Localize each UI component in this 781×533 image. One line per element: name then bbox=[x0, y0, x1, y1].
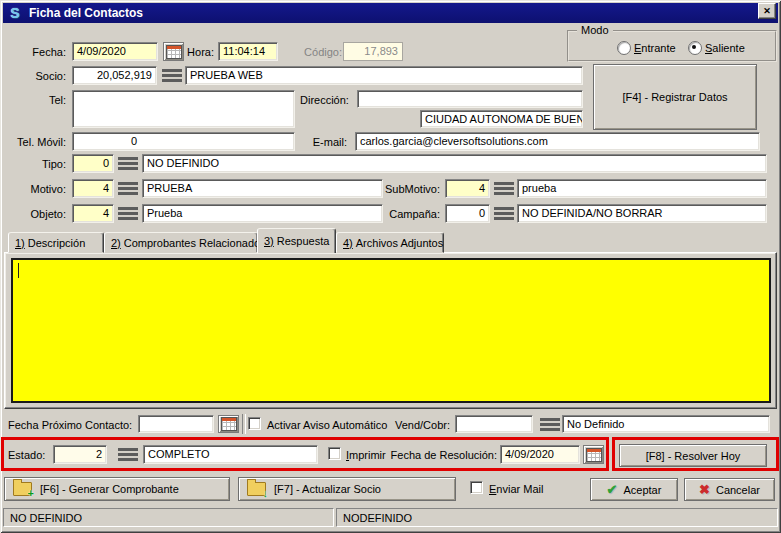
objeto-desc-field[interactable]: Prueba bbox=[142, 204, 383, 223]
direccion-line1-input[interactable] bbox=[357, 90, 583, 108]
campana-label: Campaña: bbox=[385, 208, 440, 220]
tipo-code-input[interactable]: 0 bbox=[72, 154, 114, 173]
socio-label: Socio: bbox=[18, 70, 66, 82]
f6-generar-comprobante-button[interactable]: + [F6] - Generar Comprobante bbox=[4, 477, 230, 501]
calendar-icon bbox=[166, 45, 182, 59]
submotivo-label: SubMotivo: bbox=[385, 183, 440, 195]
fecha-resolucion-label: Fecha de Resolución: bbox=[385, 449, 497, 461]
motivo-label: Motivo: bbox=[12, 183, 66, 195]
modo-saliente-radio[interactable] bbox=[688, 41, 702, 55]
fecha-resolucion-calendar-button[interactable] bbox=[583, 445, 604, 464]
calendar-icon bbox=[586, 448, 602, 462]
objeto-code-input[interactable]: 4 bbox=[72, 204, 114, 223]
fecha-resolucion-input[interactable]: 4/09/2020 bbox=[500, 445, 580, 464]
title-bar: S Ficha del Contactos bbox=[3, 3, 778, 23]
activar-aviso-checkbox[interactable] bbox=[248, 417, 261, 430]
motivo-code-input[interactable]: 4 bbox=[72, 179, 114, 198]
cross-icon: ✖ bbox=[699, 482, 710, 497]
vend-cobr-menu-icon[interactable] bbox=[540, 418, 560, 431]
tab-comprobantes-relacionados[interactable]: 2)Comprobantes Relacionados bbox=[104, 232, 258, 253]
codigo-label: Código: bbox=[298, 46, 342, 58]
motivo-menu-icon[interactable] bbox=[118, 182, 138, 195]
modo-saliente-label[interactable]: Saliente bbox=[705, 42, 745, 54]
objeto-menu-icon[interactable] bbox=[118, 207, 138, 220]
ficha-del-contactos-window: S Ficha del Contactos ✕ Fecha: 4/09/2020… bbox=[0, 0, 781, 533]
tipo-desc-field[interactable]: NO DEFINIDO bbox=[142, 154, 767, 173]
tab-descripcion[interactable]: 1)Descripción bbox=[8, 232, 104, 253]
direccion-line2-input[interactable]: CIUDAD AUTONOMA DE BUEN bbox=[420, 110, 583, 128]
tab-archivos-adjuntos[interactable]: 4)Archivos Adjuntos bbox=[336, 232, 444, 253]
f6-label: [F6] - Generar Comprobante bbox=[40, 483, 179, 495]
fecha-proximo-calendar-button[interactable] bbox=[218, 415, 239, 433]
tel-label: Tel: bbox=[18, 94, 66, 106]
close-button[interactable]: ✕ bbox=[758, 3, 776, 19]
direccion-label: Dirección: bbox=[300, 94, 349, 106]
activar-aviso-label[interactable]: Activar Aviso Automático bbox=[267, 419, 387, 431]
socio-menu-icon[interactable] bbox=[162, 69, 182, 82]
calendar-icon bbox=[221, 417, 237, 431]
aceptar-button[interactable]: ✔ Aceptar bbox=[590, 478, 678, 501]
window-title: Ficha del Contactos bbox=[29, 6, 143, 20]
respuesta-textarea[interactable] bbox=[11, 258, 771, 403]
imprimir-label[interactable]: Imprimir bbox=[346, 449, 386, 461]
modo-legend: Modo bbox=[577, 24, 613, 36]
cancelar-button[interactable]: ✖ Cancelar bbox=[684, 478, 775, 501]
tipo-label: Tipo: bbox=[18, 158, 66, 170]
vend-cobr-desc-field[interactable]: No Definido bbox=[562, 415, 770, 433]
vend-cobr-label: Vend/Cobr: bbox=[388, 419, 450, 431]
vend-cobr-input[interactable] bbox=[455, 415, 533, 433]
estado-desc-field[interactable]: COMPLETO bbox=[143, 445, 318, 464]
enviar-mail-label[interactable]: Enviar Mail bbox=[489, 483, 543, 495]
campana-code-input[interactable]: 0 bbox=[445, 204, 490, 223]
f8-resolver-hoy-button[interactable]: [F8] - Resolver Hoy bbox=[619, 444, 767, 467]
f7-actualizar-socio-button[interactable]: ↓ [F7] - Actualizar Socio bbox=[238, 477, 456, 501]
estado-label: Estado: bbox=[8, 449, 45, 461]
divider bbox=[242, 414, 246, 434]
text-caret bbox=[18, 263, 19, 278]
tab-respuesta[interactable]: 3)Respuesta bbox=[257, 228, 336, 253]
hora-label: Hora: bbox=[184, 46, 214, 58]
campana-desc-field[interactable]: NO DEFINIDA/NO BORRAR bbox=[517, 204, 767, 223]
estado-menu-icon[interactable] bbox=[118, 448, 138, 461]
socio-name-field[interactable]: PRUEBA WEB bbox=[185, 66, 583, 85]
submotivo-desc-field[interactable]: prueba bbox=[517, 179, 767, 198]
submotivo-code-input[interactable]: 4 bbox=[445, 179, 490, 198]
objeto-label: Objeto: bbox=[12, 208, 66, 220]
tel-textarea[interactable] bbox=[72, 90, 295, 128]
modo-entrante-radio[interactable] bbox=[617, 41, 631, 55]
f4-registrar-datos-button[interactable]: [F4] - Registrar Datos bbox=[593, 64, 757, 130]
estado-code-input[interactable]: 2 bbox=[53, 445, 107, 464]
imprimir-checkbox[interactable] bbox=[328, 447, 341, 460]
codigo-input: 17,893 bbox=[343, 42, 403, 61]
fecha-proximo-contacto-label: Fecha Próximo Contacto: bbox=[8, 419, 132, 431]
fecha-input[interactable]: 4/09/2020 bbox=[72, 42, 158, 61]
submotivo-menu-icon[interactable] bbox=[494, 182, 514, 195]
f7-label: [F7] - Actualizar Socio bbox=[274, 483, 381, 495]
email-label: E-mail: bbox=[310, 136, 347, 148]
tel-movil-label: Tel. Móvil: bbox=[12, 136, 66, 148]
status-panel-right: NODEFINIDO bbox=[336, 508, 778, 527]
status-panel-left: NO DEFINIDO bbox=[3, 508, 334, 527]
enviar-mail-checkbox[interactable] bbox=[470, 481, 483, 494]
fecha-calendar-button[interactable] bbox=[163, 42, 184, 61]
hora-input[interactable]: 11:04:14 bbox=[218, 42, 278, 61]
fecha-label: Fecha: bbox=[18, 46, 66, 58]
modo-entrante-label[interactable]: Entrante bbox=[634, 42, 676, 54]
folder-download-icon: ↓ bbox=[247, 482, 266, 496]
close-icon: ✕ bbox=[763, 6, 771, 16]
app-logo-icon: S bbox=[7, 5, 23, 21]
socio-code-input[interactable]: 20,052,919 bbox=[72, 66, 157, 85]
tel-movil-input[interactable]: 0 bbox=[72, 132, 295, 151]
check-icon: ✔ bbox=[607, 482, 618, 497]
motivo-desc-field[interactable]: PRUEBA bbox=[142, 179, 383, 198]
aceptar-label: Aceptar bbox=[623, 484, 661, 496]
fecha-proximo-contacto-input[interactable] bbox=[138, 415, 214, 433]
campana-menu-icon[interactable] bbox=[494, 207, 514, 220]
tipo-menu-icon[interactable] bbox=[118, 157, 138, 170]
email-input[interactable]: carlos.garcia@cleversoftsolutions.com bbox=[355, 132, 760, 151]
cancelar-label: Cancelar bbox=[716, 484, 760, 496]
folder-plus-icon: + bbox=[13, 482, 32, 496]
